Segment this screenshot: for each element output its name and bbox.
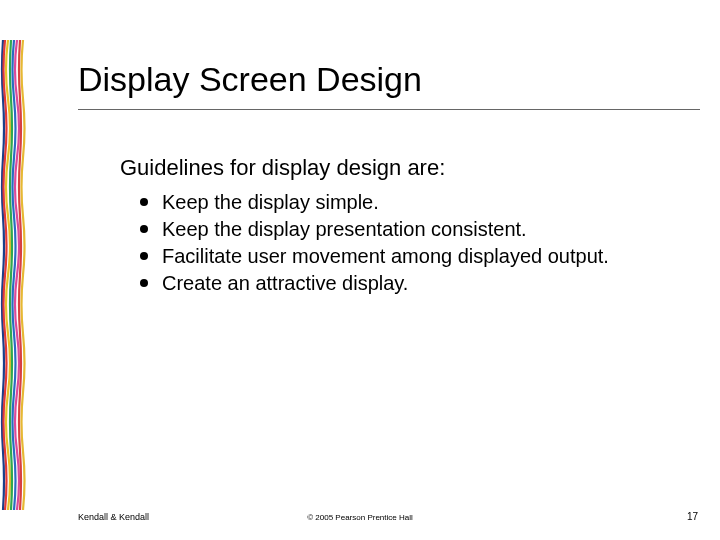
bullet-item: Create an attractive display.: [146, 270, 660, 296]
footer-copyright: © 2005 Pearson Prentice Hall: [0, 513, 720, 522]
slide-title: Display Screen Design: [78, 60, 700, 99]
intro-text: Guidelines for display design are:: [120, 155, 660, 181]
body-block: Guidelines for display design are: Keep …: [120, 155, 660, 297]
bullet-item: Facilitate user movement among displayed…: [146, 243, 660, 269]
title-block: Display Screen Design: [78, 60, 700, 110]
decorative-stripes: [0, 40, 28, 510]
title-underline: [78, 109, 700, 110]
bullet-item: Keep the display presentation consistent…: [146, 216, 660, 242]
bullet-list: Keep the display simple.Keep the display…: [146, 189, 660, 296]
footer-page-number: 17: [687, 511, 698, 522]
footer: Kendall & Kendall © 2005 Pearson Prentic…: [0, 506, 720, 522]
slide: Display Screen Design Guidelines for dis…: [0, 0, 720, 540]
bullet-item: Keep the display simple.: [146, 189, 660, 215]
